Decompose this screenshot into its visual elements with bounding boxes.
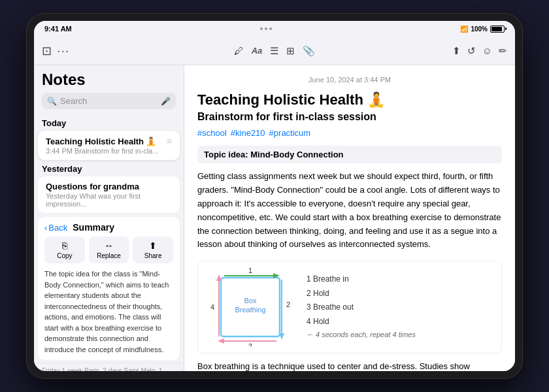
- diagram-container: 1 2 3: [197, 261, 502, 353]
- attachment-button[interactable]: 📎: [303, 45, 315, 57]
- note-lines-icon: ≡: [167, 136, 172, 146]
- dot1: [260, 27, 263, 30]
- copy-button[interactable]: ⎘ Copy: [44, 237, 85, 263]
- today-label: Today: [34, 116, 184, 129]
- editor-content[interactable]: June 10, 2024 at 3:44 PM Teaching Holist…: [184, 65, 515, 371]
- search-icon: 🔍: [47, 97, 57, 106]
- svg-text:3: 3: [248, 342, 252, 346]
- step-1: 1 Breathe in: [307, 272, 416, 287]
- compose-button[interactable]: ✏: [499, 45, 507, 57]
- svg-text:4: 4: [210, 303, 214, 311]
- mic-icon[interactable]: 🎤: [161, 97, 171, 106]
- search-bar[interactable]: 🔍 Search 🎤: [42, 93, 176, 109]
- toolbar-center: 🖊 Aa ☰ ⊞ 📎: [133, 45, 416, 57]
- note-subtitle: Brainstorm for first in-class session: [197, 111, 502, 123]
- ipad-frame: 9:41 AM 📶 100% ⊡ ··· 🖊 Aa: [26, 13, 523, 379]
- back-label: Back: [48, 223, 67, 233]
- chevron-left-icon: ‹: [44, 223, 47, 233]
- battery-icon: [490, 25, 505, 33]
- status-center-dots: [260, 27, 272, 30]
- replace-icon: ↔: [105, 240, 114, 251]
- box-steps: 1 Breathe in 2 Hold 3 Breathe out 4 Hold…: [307, 272, 416, 342]
- emoji-button[interactable]: ☺: [482, 45, 492, 56]
- toolbar-right: ⬆ ↺ ☺ ✏: [416, 45, 507, 57]
- wifi-icon: 📶: [460, 25, 468, 33]
- ai-actions: ⎘ Copy ↔ Replace ⬆ Share: [44, 237, 173, 263]
- note-timestamp: June 10, 2024 at 3:44 PM: [197, 76, 502, 84]
- sidebar-header: Notes 🔍 Search 🎤: [34, 65, 184, 116]
- note-item-meta-1: 3:44 PM Brainstorm for first in-cla...: [46, 147, 172, 155]
- toolbar-left: ⊡ ···: [42, 43, 133, 58]
- sidebar-title: Notes: [42, 71, 176, 89]
- summary-label: Summary: [73, 222, 114, 233]
- replace-button[interactable]: ↔ Replace: [89, 237, 129, 263]
- svg-text:Breathing: Breathing: [235, 306, 265, 314]
- share-button[interactable]: ⬆: [452, 45, 461, 57]
- steps-note: ← 4 seconds each, repeat 4 times: [307, 329, 416, 342]
- main-content: Notes 🔍 Search 🎤 Today Teaching Holistic…: [34, 65, 515, 371]
- share-label: Share: [144, 252, 162, 259]
- more-button[interactable]: ···: [57, 43, 70, 58]
- top-toolbar: ⊡ ··· 🖊 Aa ☰ ⊞ 📎 ⬆ ↺ ☺ ✏: [34, 37, 515, 65]
- step-4: 4 Hold: [307, 315, 416, 329]
- format-text-button[interactable]: Aa: [252, 46, 263, 56]
- footer-preview: Friday 1 week Paris, 2 days Saint-Malo, …: [42, 367, 176, 371]
- note-body: Getting class assignments next week but …: [197, 170, 502, 252]
- svg-marker-8: [218, 338, 224, 344]
- pencil-tool-icon[interactable]: 🖊: [234, 45, 244, 56]
- status-bar: 9:41 AM 📶 100%: [34, 21, 515, 37]
- box-breathing-diagram: 1 2 3: [205, 268, 296, 346]
- back-button[interactable]: ‹ Back: [44, 223, 67, 233]
- topic-header: Topic idea: Mind-Body Connection: [197, 146, 502, 163]
- box-breathing-svg: 1 2 3: [205, 268, 296, 346]
- status-time: 9:41 AM: [44, 25, 72, 33]
- share-summary-button[interactable]: ⬆ Share: [133, 237, 173, 263]
- sidebar-footer: Friday 1 week Paris, 2 days Saint-Malo, …: [34, 363, 184, 371]
- sidebar-toggle-button[interactable]: ⊡: [42, 44, 52, 58]
- table-button[interactable]: ⊞: [286, 45, 295, 57]
- undo-button[interactable]: ↺: [467, 45, 476, 57]
- checklist-button[interactable]: ☰: [270, 45, 278, 57]
- battery-fill: [491, 27, 502, 31]
- note-editor: June 10, 2024 at 3:44 PM Teaching Holist…: [184, 65, 515, 371]
- svg-text:2: 2: [286, 301, 290, 308]
- svg-marker-11: [216, 274, 222, 281]
- note-title: Teaching Holistic Health 🧘: [197, 91, 502, 108]
- svg-text:1: 1: [248, 268, 252, 274]
- tag-practicum: #practicum: [269, 128, 311, 138]
- yesterday-label: Yesterday: [34, 161, 184, 175]
- note-footer: Box breathing is a technique used to cen…: [197, 360, 502, 371]
- note-item-meta-2: Yesterday What was your first impression…: [46, 192, 172, 208]
- status-right: 📶 100%: [460, 25, 505, 33]
- replace-label: Replace: [97, 252, 121, 259]
- svg-text:Box: Box: [244, 297, 257, 304]
- note-item-today-1[interactable]: Teaching Holistic Health 🧘 ≡ 3:44 PM Bra…: [38, 131, 180, 160]
- note-item-yesterday-1[interactable]: Questions for grandma Yesterday What was…: [38, 176, 180, 213]
- tag-school: #school: [197, 128, 227, 138]
- copy-label: Copy: [57, 252, 72, 259]
- dot2: [265, 27, 267, 30]
- dot3: [269, 27, 272, 30]
- step-3: 3 Breathe out: [307, 301, 416, 315]
- search-placeholder: Search: [60, 96, 158, 106]
- sidebar: Notes 🔍 Search 🎤 Today Teaching Holistic…: [34, 65, 184, 371]
- svg-marker-5: [279, 333, 284, 340]
- tag-kine210: #kine210: [231, 128, 265, 138]
- ipad-screen: 9:41 AM 📶 100% ⊡ ··· 🖊 Aa: [34, 21, 515, 371]
- note-item-title-2: Questions for grandma: [46, 182, 172, 191]
- ai-panel-nav: ‹ Back Summary: [44, 222, 173, 233]
- note-tags: #school #kine210 #practicum: [197, 128, 502, 138]
- note-item-title-1: Teaching Holistic Health 🧘 ≡: [46, 136, 172, 146]
- copy-icon: ⎘: [62, 240, 67, 251]
- battery-text: 100%: [471, 25, 488, 33]
- step-2: 2 Hold: [307, 287, 416, 301]
- share-summary-icon: ⬆: [149, 240, 157, 251]
- ai-summary-panel: ‹ Back Summary ⎘ Copy ↔ Replace: [38, 217, 180, 360]
- summary-text: The topic idea for the class is "Mind-Bo…: [44, 269, 173, 355]
